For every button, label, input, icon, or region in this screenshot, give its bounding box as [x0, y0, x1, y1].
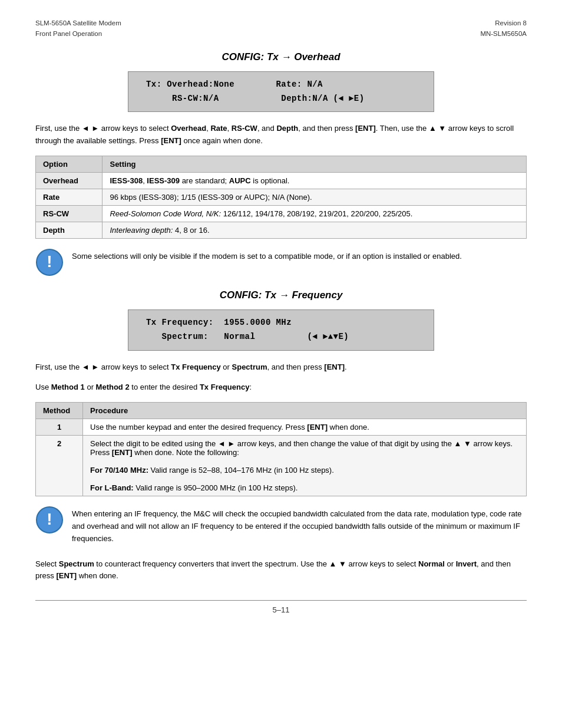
table-row: OverheadIESS-308, IESS-309 are standard;…	[36, 172, 527, 189]
page: SLM-5650A Satellite Modem Front Panel Op…	[0, 0, 562, 728]
section1-notice-text: Some selections will only be visible if …	[72, 248, 462, 263]
method-col1: Method	[36, 403, 83, 419]
svg-text:!: !	[47, 510, 52, 528]
option-cell: Depth	[36, 222, 103, 238]
table-row: RS-CWReed-Solomon Code Word, N/K: 126/11…	[36, 205, 527, 222]
section1-lcd-line2: RS-CW:N/A Depth:N/A (◄ ►E)	[146, 92, 416, 106]
table-row: Rate96 kbps (IESS-308); 1/15 (IESS-309 o…	[36, 189, 527, 205]
header-revision: Revision 8	[480, 18, 527, 28]
section2-body3: Select Spectrum to counteract frequency …	[35, 558, 527, 583]
option-cell: Overhead	[36, 172, 103, 189]
header-right: Revision 8 MN-SLM5650A	[480, 18, 527, 39]
section2-lcd: Tx Frequency: 1955.0000 MHz Spectrum: No…	[128, 309, 434, 351]
section1-lcd: Tx: Overhead:None Rate: N/A RS-CW:N/A De…	[128, 71, 434, 113]
table-row: DepthInterleaving depth: 4, 8 or 16.	[36, 222, 527, 238]
method-1-label: 1	[36, 419, 83, 436]
col-setting: Setting	[103, 156, 527, 172]
notice-icon-2: !	[35, 506, 64, 534]
page-header: SLM-5650A Satellite Modem Front Panel Op…	[35, 18, 527, 39]
section1-table: Option Setting OverheadIESS-308, IESS-30…	[35, 156, 527, 239]
header-section: Front Panel Operation	[35, 28, 121, 39]
method-row-1: 1 Use the number keypad and enter the de…	[36, 419, 527, 436]
section1-title: CONFIG: Tx → Overhead	[35, 51, 527, 63]
section2-lcd-line1: Tx Frequency: 1955.0000 MHz	[146, 316, 416, 330]
section2-lcd-line2: Spectrum: Normal (◄ ►▲▼E)	[146, 330, 416, 344]
setting-cell: 96 kbps (IESS-308); 1/15 (IESS-309 or AU…	[103, 189, 527, 205]
method-col2: Procedure	[83, 403, 527, 419]
notice-icon-1: !	[35, 248, 64, 276]
setting-cell: Reed-Solomon Code Word, N/K: 126/112, 19…	[103, 205, 527, 222]
method-2-label: 2	[36, 436, 83, 496]
method-1-procedure: Use the number keypad and enter the desi…	[83, 419, 527, 436]
section2-notice: ! When entering an IF frequency, the M&C…	[35, 506, 527, 545]
section1-lcd-line1: Tx: Overhead:None Rate: N/A	[146, 78, 416, 92]
section2-body2: Use Method 1 or Method 2 to enter the de…	[35, 381, 527, 394]
method-row-2: 2 Select the digit to be edited using th…	[36, 436, 527, 496]
svg-text:!: !	[47, 252, 52, 271]
setting-cell: IESS-308, IESS-309 are standard; AUPC is…	[103, 172, 527, 189]
method-2-procedure: Select the digit to be edited using the …	[83, 436, 527, 496]
page-footer: 5–11	[35, 600, 527, 614]
header-docnum: MN-SLM5650A	[480, 28, 527, 39]
header-product: SLM-5650A Satellite Modem	[35, 18, 121, 28]
header-left: SLM-5650A Satellite Modem Front Panel Op…	[35, 18, 121, 39]
setting-cell: Interleaving depth: 4, 8 or 16.	[103, 222, 527, 238]
section2-method-table: Method Procedure 1 Use the number keypad…	[35, 402, 527, 496]
section1-notice: ! Some selections will only be visible i…	[35, 248, 527, 276]
section1-body: First, use the ◄ ► arrow keys to select …	[35, 123, 527, 147]
option-cell: Rate	[36, 189, 103, 205]
section2-notice-text: When entering an IF frequency, the M&C w…	[72, 506, 527, 545]
section2-title: CONFIG: Tx → Frequency	[35, 289, 527, 301]
option-cell: RS-CW	[36, 205, 103, 222]
page-number: 5–11	[273, 605, 290, 614]
section2-body1: First, use the ◄ ► arrow keys to select …	[35, 361, 527, 374]
col-option: Option	[36, 156, 103, 172]
